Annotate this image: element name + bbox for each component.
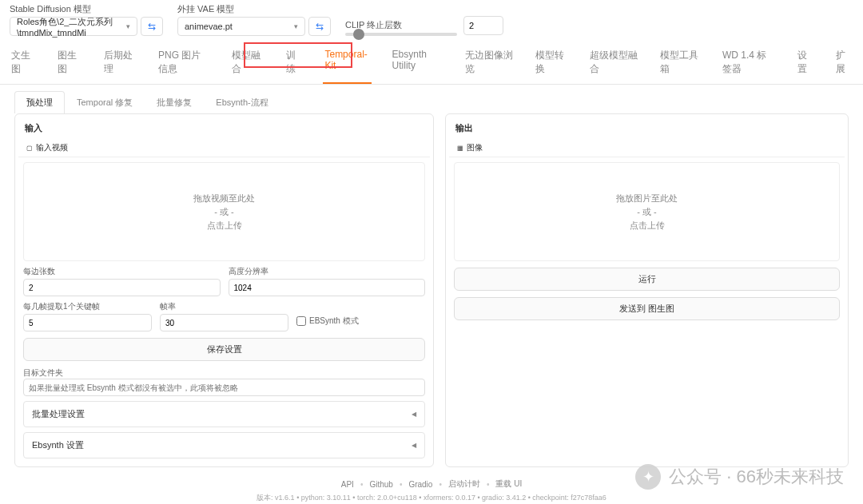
tab-extensions[interactable]: 扩展 bbox=[834, 42, 853, 84]
subtab-temporal-fix[interactable]: Temporal 修复 bbox=[65, 91, 145, 113]
ebsynth-mode-label: EBSynth 模式 bbox=[309, 315, 359, 327]
tab-train[interactable]: 训练 bbox=[284, 42, 304, 84]
send-to-img2img-button[interactable]: 发送到 图生图 bbox=[454, 297, 840, 320]
ebsynth-mode-checkbox[interactable] bbox=[296, 316, 306, 326]
sub-tabs: 预处理 Temporal 修复 批量修复 Ebsynth-流程 bbox=[0, 85, 863, 113]
tab-super-merge[interactable]: 超级模型融合 bbox=[588, 42, 639, 84]
target-folder-label: 目标文件夹 bbox=[23, 367, 425, 379]
frames-label: 每边张数 bbox=[23, 266, 221, 277]
watermark: ✦ 公众号 · 66秒未来科技 bbox=[635, 464, 844, 490]
run-button[interactable]: 运行 bbox=[454, 268, 840, 291]
tab-merge[interactable]: 模型融合 bbox=[230, 42, 265, 84]
footer-gradio[interactable]: Gradio bbox=[408, 480, 432, 489]
target-folder-input[interactable] bbox=[23, 379, 425, 396]
res-label: 高度分辨率 bbox=[229, 266, 426, 277]
refresh-icon[interactable]: ⇆ bbox=[141, 17, 163, 36]
batch-settings-accordion[interactable]: 批量处理设置 bbox=[23, 401, 425, 427]
tab-postprocess[interactable]: 后期处理 bbox=[102, 42, 137, 84]
clip-skip-slider[interactable] bbox=[345, 33, 457, 36]
footer-links: API• Github• Gradio• 启动计时• 重载 UI bbox=[341, 478, 522, 490]
refresh-vae-icon[interactable]: ⇆ bbox=[308, 17, 331, 36]
sd-model-dropdown[interactable]: Roles角色\2_二次元系列\tmndMix_tmndMi bbox=[10, 17, 137, 36]
tab-temporal-kit[interactable]: Temporal-Kit bbox=[323, 42, 371, 84]
footer-version: 版本: v1.6.1 • python: 3.10.11 • torch: 2.… bbox=[0, 493, 863, 503]
header-bar: Stable Diffusion 模型 Roles角色\2_二次元系列\tmnd… bbox=[0, 0, 863, 42]
sd-model-label: Stable Diffusion 模型 bbox=[10, 3, 163, 15]
tab-txt2img[interactable]: 文生图 bbox=[10, 42, 37, 84]
output-panel: 输出 ▦图像 拖放图片至此处 - 或 - 点击上传 运行 发送到 图生图 bbox=[445, 113, 849, 467]
vae-model-label: 外挂 VAE 模型 bbox=[177, 3, 331, 15]
input-title: 输入 bbox=[18, 117, 430, 139]
footer-reload[interactable]: 重载 UI bbox=[495, 478, 522, 490]
subtab-preprocess[interactable]: 预处理 bbox=[14, 91, 65, 113]
frames-input[interactable] bbox=[23, 279, 221, 296]
video-drop-zone[interactable]: 拖放视频至此处 - 或 - 点击上传 bbox=[23, 162, 425, 261]
input-inner-tab[interactable]: ▢输入视频 bbox=[18, 139, 76, 157]
subtab-ebsynth-flow[interactable]: Ebsynth-流程 bbox=[204, 91, 280, 113]
tab-img2img[interactable]: 图生图 bbox=[56, 42, 83, 84]
subtab-batch-fix[interactable]: 批量修复 bbox=[145, 91, 204, 113]
image-drop-zone[interactable]: 拖放图片至此处 - 或 - 点击上传 bbox=[454, 162, 840, 261]
ebsynth-settings-accordion[interactable]: Ebsynth 设置 bbox=[23, 432, 425, 458]
footer-api[interactable]: API bbox=[341, 480, 354, 489]
fps-input[interactable] bbox=[160, 314, 288, 331]
tab-wd-tagger[interactable]: WD 1.4 标签器 bbox=[721, 42, 777, 84]
tab-settings[interactable]: 设置 bbox=[796, 42, 815, 84]
input-panel: 输入 ▢输入视频 拖放视频至此处 - 或 - 点击上传 每边张数 高度分辨率 每… bbox=[14, 113, 434, 467]
res-input[interactable] bbox=[229, 279, 426, 296]
tab-model-convert[interactable]: 模型转换 bbox=[534, 42, 569, 84]
keyframe-label: 每几帧提取1个关键帧 bbox=[23, 301, 152, 312]
tab-ebsynth[interactable]: Ebsynth Utility bbox=[391, 42, 444, 84]
tab-infinite-browse[interactable]: 无边图像浏览 bbox=[463, 42, 515, 84]
footer-timing[interactable]: 启动计时 bbox=[448, 478, 480, 490]
tab-pnginfo[interactable]: PNG 图片信息 bbox=[157, 42, 211, 84]
fps-label: 帧率 bbox=[160, 301, 288, 312]
wechat-icon: ✦ bbox=[635, 464, 661, 490]
output-title: 输出 bbox=[449, 117, 845, 139]
keyframe-input[interactable] bbox=[23, 314, 152, 331]
clip-skip-value[interactable] bbox=[463, 16, 503, 35]
tab-model-toolbox[interactable]: 模型工具箱 bbox=[658, 42, 702, 84]
output-inner-tab[interactable]: ▦图像 bbox=[449, 139, 491, 157]
save-settings-button[interactable]: 保存设置 bbox=[23, 338, 425, 361]
vae-model-dropdown[interactable]: animevae.pt bbox=[177, 17, 305, 36]
main-tabs: 文生图 图生图 后期处理 PNG 图片信息 模型融合 训练 Temporal-K… bbox=[0, 42, 863, 85]
footer-github[interactable]: Github bbox=[369, 480, 392, 489]
